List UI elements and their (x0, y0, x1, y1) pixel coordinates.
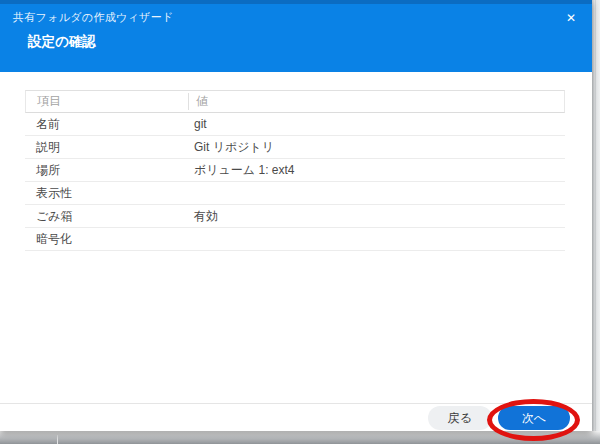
background-page-right-edge (592, 0, 600, 444)
row-value: Git リポジトリ (187, 139, 565, 156)
background-divider (57, 435, 58, 444)
row-label: ごみ箱 (25, 208, 187, 225)
step-title: 設定の確認 (28, 33, 96, 51)
dialog-header: 共有フォルダの作成ウィザード ✕ 設定の確認 (0, 4, 592, 72)
table-row: 表示性 (25, 182, 565, 205)
column-header-value: 値 (189, 93, 564, 110)
row-label: 表示性 (25, 185, 187, 202)
dialog-title: 共有フォルダの作成ウィザード (13, 10, 174, 25)
background-divider (595, 0, 596, 444)
table-header-row: 項目 値 (25, 90, 565, 113)
table-row: 場所 ボリューム 1: ext4 (25, 159, 565, 182)
row-label: 場所 (25, 162, 187, 179)
table-row: 名前 git (25, 113, 565, 136)
close-icon[interactable]: ✕ (563, 10, 579, 26)
row-value: ボリューム 1: ext4 (187, 162, 565, 179)
back-button[interactable]: 戻る (428, 406, 492, 430)
next-button[interactable]: 次へ (498, 406, 570, 430)
table-row: 説明 Git リポジトリ (25, 136, 565, 159)
settings-summary-table: 項目 値 名前 git 説明 Git リポジトリ 場所 ボリューム 1: ext… (25, 90, 565, 251)
table-row: ごみ箱 有効 (25, 205, 565, 228)
table-row: 暗号化 (25, 228, 565, 251)
footer-divider (0, 403, 592, 404)
background-page-bottom-edge (0, 431, 600, 444)
row-label: 暗号化 (25, 231, 187, 248)
row-label: 説明 (25, 139, 187, 156)
row-value: 有効 (187, 208, 565, 225)
shared-folder-wizard-dialog: 共有フォルダの作成ウィザード ✕ 設定の確認 項目 値 名前 git 説明 Gi… (0, 0, 592, 431)
row-label: 名前 (25, 116, 187, 133)
row-value: git (187, 117, 565, 131)
column-header-item: 項目 (26, 93, 189, 110)
